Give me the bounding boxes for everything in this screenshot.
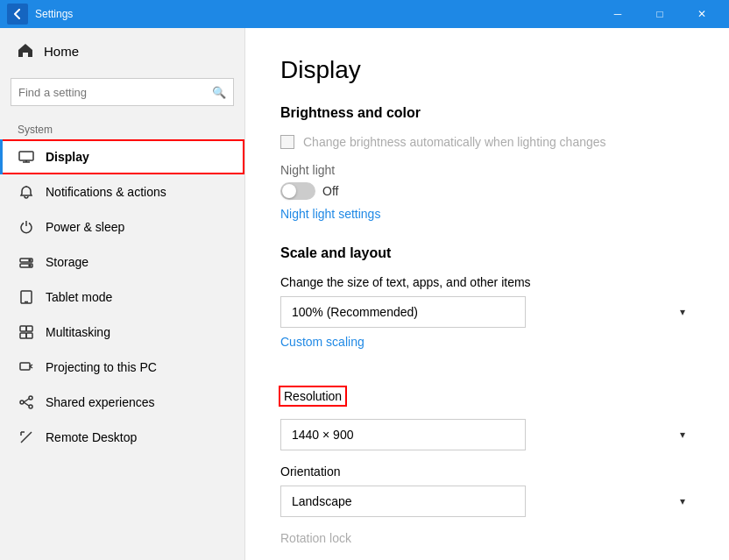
sidebar-item-remote[interactable]: Remote Desktop (0, 420, 244, 455)
sidebar-item-label-storage: Storage (46, 255, 88, 269)
sidebar-item-label-power: Power & sleep (46, 220, 124, 234)
storage-icon (18, 253, 35, 271)
svg-point-16 (29, 396, 32, 400)
content-area: Display Brightness and color Change brig… (245, 28, 729, 560)
sidebar-item-tablet[interactable]: Tablet mode (0, 280, 244, 315)
resolution-dropdown[interactable]: 1440 × 900 1280 × 800 1024 × 768 (280, 419, 526, 450)
svg-point-5 (29, 259, 31, 261)
svg-point-17 (29, 405, 32, 408)
page-title: Display (280, 56, 694, 84)
sidebar-item-storage[interactable]: Storage (0, 245, 244, 280)
sidebar-item-label-notifications: Notifications & actions (46, 185, 166, 199)
sidebar-item-label-multitasking: Multitasking (46, 325, 110, 339)
scale-dropdown-wrapper: 100% (Recommended) 125% 150% 175% ▾ (280, 296, 694, 328)
window-title: Settings (35, 8, 598, 20)
back-button[interactable] (7, 4, 28, 25)
app-body: Home 🔍 System Display Notifications & ac… (0, 28, 729, 560)
orientation-label: Orientation (280, 464, 694, 478)
titlebar: Settings ─ □ ✕ (0, 0, 729, 28)
notifications-icon (18, 183, 35, 201)
svg-line-19 (24, 399, 29, 402)
scale-description: Change the size of text, apps, and other… (280, 275, 694, 289)
sidebar-section-label: System (0, 117, 244, 139)
svg-rect-9 (20, 326, 26, 331)
brightness-checkbox[interactable] (280, 135, 294, 149)
home-label: Home (44, 44, 79, 59)
sidebar-item-notifications[interactable]: Notifications & actions (0, 174, 244, 209)
remote-icon (18, 429, 35, 446)
sidebar: Home 🔍 System Display Notifications & ac… (0, 28, 245, 560)
search-box[interactable]: 🔍 (11, 78, 234, 106)
close-button[interactable]: ✕ (682, 0, 722, 28)
svg-rect-0 (19, 152, 33, 160)
custom-scaling-link[interactable]: Custom scaling (280, 335, 364, 349)
orientation-dropdown[interactable]: Landscape Portrait Landscape (flipped) P… (280, 486, 526, 517)
scale-dropdown[interactable]: 100% (Recommended) 125% 150% 175% (280, 296, 526, 328)
sidebar-item-display[interactable]: Display (0, 139, 244, 174)
svg-point-6 (29, 265, 31, 266)
sidebar-home[interactable]: Home (0, 28, 244, 74)
svg-line-20 (24, 402, 29, 406)
search-icon: 🔍 (212, 86, 226, 99)
shared-icon (18, 393, 35, 411)
display-icon (18, 148, 35, 166)
resolution-label: Resolution (280, 387, 345, 405)
svg-line-21 (21, 432, 32, 443)
brightness-section-heading: Brightness and color (280, 105, 694, 121)
sidebar-item-label-projecting: Projecting to this PC (46, 360, 157, 374)
sidebar-item-power[interactable]: Power & sleep (0, 209, 244, 245)
window-controls: ─ □ ✕ (598, 0, 722, 28)
night-light-settings-link[interactable]: Night light settings (280, 207, 380, 221)
scale-dropdown-arrow: ▾ (680, 306, 685, 318)
orientation-dropdown-wrapper: Landscape Portrait Landscape (flipped) P… (280, 486, 694, 517)
svg-rect-11 (20, 333, 26, 338)
sidebar-item-multitasking[interactable]: Multitasking (0, 315, 244, 350)
toggle-state-label: Off (322, 184, 338, 198)
night-light-label: Night light (280, 163, 694, 177)
svg-point-18 (20, 401, 24, 404)
sidebar-item-label-display: Display (46, 150, 89, 164)
projecting-icon (18, 358, 35, 376)
search-input[interactable] (18, 86, 212, 99)
brightness-setting-row: Change brightness automatically when lig… (280, 135, 694, 149)
minimize-button[interactable]: ─ (598, 0, 638, 28)
power-icon (18, 218, 35, 236)
maximize-button[interactable]: □ (640, 0, 680, 28)
sidebar-item-label-tablet: Tablet mode (46, 290, 112, 304)
scale-section-heading: Scale and layout (280, 245, 694, 261)
sidebar-item-label-shared: Shared experiences (46, 395, 155, 409)
resolution-dropdown-wrapper: 1440 × 900 1280 × 800 1024 × 768 ▾ (280, 419, 694, 450)
tablet-icon (18, 288, 35, 306)
svg-rect-10 (26, 326, 32, 331)
sidebar-item-projecting[interactable]: Projecting to this PC (0, 350, 244, 385)
multitasking-icon (18, 323, 35, 341)
svg-rect-12 (26, 333, 32, 338)
sidebar-item-label-remote: Remote Desktop (46, 430, 137, 444)
resolution-dropdown-arrow: ▾ (680, 429, 685, 441)
orientation-dropdown-arrow: ▾ (680, 495, 685, 507)
sidebar-item-shared[interactable]: Shared experiences (0, 385, 244, 420)
brightness-label: Change brightness automatically when lig… (303, 135, 606, 149)
svg-rect-13 (20, 363, 30, 370)
night-light-toggle[interactable] (280, 182, 315, 200)
toggle-row: Off (280, 182, 694, 200)
rotation-lock-label: Rotation lock (280, 531, 694, 545)
home-icon (18, 42, 33, 60)
